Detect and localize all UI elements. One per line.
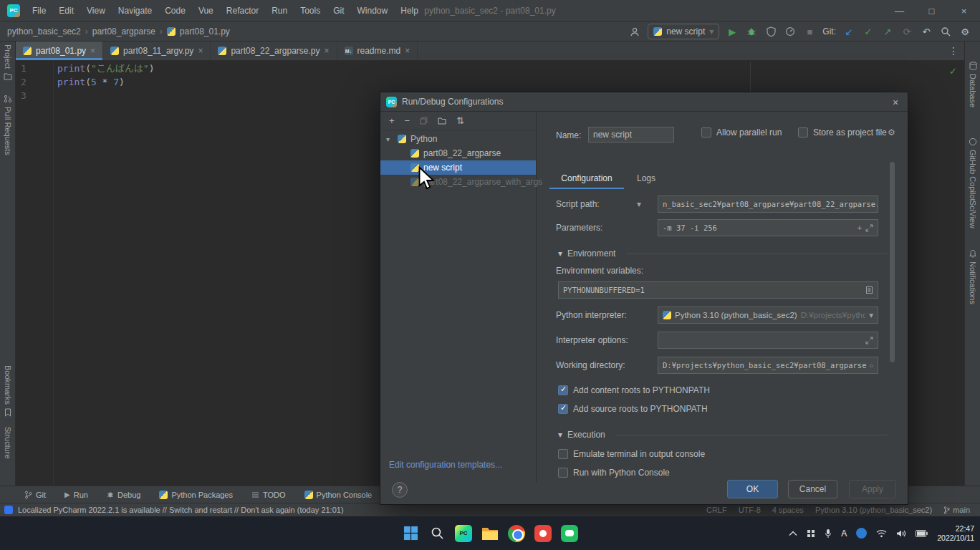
working-directory-input[interactable]: D:¥projects¥python_basic_sec2¥part08_arg… bbox=[658, 357, 878, 374]
stop-button[interactable]: ■ bbox=[803, 25, 816, 38]
git-push-icon[interactable]: ↗ bbox=[881, 25, 894, 38]
ok-button[interactable]: OK bbox=[727, 480, 778, 498]
tree-node-new-script[interactable]: new script bbox=[380, 160, 536, 175]
chrome-icon[interactable] bbox=[507, 524, 526, 543]
edit-configuration-templates-link[interactable]: Edit configuration templates... bbox=[389, 460, 502, 470]
expander-icon[interactable]: ▾ bbox=[386, 135, 393, 143]
new-folder-icon[interactable] bbox=[438, 117, 446, 125]
tab-part08-11-argv[interactable]: part08_11_argv.py × bbox=[103, 42, 211, 60]
menu-code[interactable]: Code bbox=[158, 0, 192, 21]
menu-file[interactable]: File bbox=[26, 0, 52, 21]
checkbox-icon[interactable] bbox=[701, 127, 711, 138]
menu-help[interactable]: Help bbox=[394, 0, 425, 21]
allow-parallel-run-checkbox[interactable]: Allow parallel run bbox=[701, 127, 782, 138]
taskbar-pycharm-icon[interactable]: PC bbox=[454, 524, 473, 543]
environment-variables-input[interactable]: PYTHONUNBUFFERED=1 bbox=[558, 281, 878, 299]
toolwindow-debug[interactable]: Debug bbox=[107, 491, 140, 499]
toolwindow-structure[interactable]: Structure bbox=[0, 427, 16, 459]
start-button[interactable] bbox=[401, 524, 420, 543]
tray-overflow-chevron-icon[interactable] bbox=[789, 531, 797, 536]
execution-section-header[interactable]: ▾ Execution bbox=[558, 430, 888, 440]
apply-button[interactable]: Apply bbox=[849, 480, 896, 498]
tab-logs[interactable]: Logs bbox=[630, 168, 663, 189]
microphone-icon[interactable] bbox=[825, 529, 832, 539]
toolwindow-notifications[interactable]: Notifications bbox=[965, 249, 980, 304]
toolwindow-pull-requests[interactable]: Pull Requests bbox=[0, 95, 16, 155]
dialog-close-icon[interactable]: × bbox=[883, 92, 908, 112]
browse-variables-icon[interactable] bbox=[865, 286, 873, 294]
run-with-coverage-button[interactable] bbox=[764, 25, 777, 38]
add-source-roots-checkbox[interactable]: Add source roots to PYTHONPATH bbox=[558, 404, 708, 414]
menu-refactor[interactable]: Refactor bbox=[220, 0, 265, 21]
search-icon[interactable] bbox=[428, 524, 446, 543]
toolwindow-project[interactable]: Project bbox=[0, 44, 16, 80]
toolwindow-python-packages[interactable]: Python Packages bbox=[159, 491, 233, 499]
close-tab-icon[interactable]: × bbox=[405, 46, 410, 56]
parameters-input[interactable]: -m 37 -i 256 + bbox=[658, 219, 878, 236]
checkbox-checked-icon[interactable] bbox=[558, 385, 568, 395]
tab-configuration[interactable]: Configuration bbox=[549, 168, 624, 189]
interpreter-options-input[interactable] bbox=[658, 332, 878, 349]
python-interpreter-select[interactable]: Python 3.10 (python_basic_sec2) D:¥proje… bbox=[658, 307, 878, 324]
cancel-button[interactable]: Cancel bbox=[788, 480, 837, 498]
add-macro-icon[interactable]: + bbox=[858, 223, 862, 232]
help-button[interactable]: ? bbox=[392, 482, 408, 498]
expand-field-icon[interactable] bbox=[865, 337, 873, 344]
store-options-gear-icon[interactable]: ⚙ bbox=[888, 127, 895, 138]
tree-node-python[interactable]: ▾ Python bbox=[380, 132, 536, 146]
tray-app-grid-icon[interactable] bbox=[807, 529, 815, 538]
checkbox-icon[interactable] bbox=[558, 449, 568, 459]
tab-options-icon[interactable]: ⋮ bbox=[948, 45, 964, 57]
add-content-roots-checkbox[interactable]: Add content roots to PYTHONPATH bbox=[558, 385, 710, 395]
tray-blue-app-icon[interactable] bbox=[856, 528, 867, 539]
copy-configuration-icon[interactable] bbox=[420, 117, 428, 125]
close-tab-icon[interactable]: × bbox=[198, 46, 203, 56]
git-update-icon[interactable]: ↙ bbox=[842, 25, 855, 38]
add-configuration-icon[interactable]: + bbox=[389, 115, 395, 126]
refresh-icon[interactable]: ⟳ bbox=[900, 25, 913, 38]
folder-icon[interactable] bbox=[870, 362, 873, 370]
close-tab-icon[interactable]: × bbox=[324, 46, 329, 56]
tab-part08-01[interactable]: part08_01.py × bbox=[16, 42, 103, 60]
ime-mode-indicator[interactable]: A bbox=[841, 529, 847, 539]
sort-configurations-icon[interactable]: ⇅ bbox=[456, 115, 464, 126]
file-explorer-icon[interactable] bbox=[481, 524, 499, 543]
emulate-terminal-checkbox[interactable]: Emulate terminal in output console bbox=[558, 449, 705, 459]
tree-node-part08-22-argparse[interactable]: part08_22_argparse bbox=[380, 146, 536, 160]
remove-configuration-icon[interactable]: − bbox=[405, 115, 410, 126]
toolwindow-github-copilot[interactable]: GitHub Copilot bbox=[965, 138, 980, 201]
encoding-widget[interactable]: UTF-8 bbox=[739, 506, 761, 514]
name-input[interactable]: new script bbox=[588, 127, 674, 143]
checkbox-checked-icon[interactable] bbox=[558, 404, 568, 414]
line-separator-widget[interactable]: CRLF bbox=[706, 506, 727, 514]
toolwindow-git[interactable]: Git bbox=[24, 491, 46, 499]
breadcrumb-folder[interactable]: part08_argparse bbox=[92, 26, 155, 37]
store-as-project-file-checkbox[interactable]: Store as project file bbox=[798, 127, 887, 138]
maximize-button[interactable]: □ bbox=[916, 0, 948, 21]
environment-section-header[interactable]: ▾ Environment bbox=[558, 249, 888, 259]
interpreter-widget[interactable]: Python 3.10 (python_basic_sec2) bbox=[815, 506, 932, 514]
wifi-icon[interactable] bbox=[876, 529, 887, 538]
tab-part08-22-argparse[interactable]: part08_22_argparse.py × bbox=[211, 42, 337, 60]
battery-icon[interactable] bbox=[916, 530, 928, 537]
dialog-titlebar[interactable]: PC Run/Debug Configurations bbox=[380, 92, 908, 112]
menu-window[interactable]: Window bbox=[351, 0, 395, 21]
menu-navigate[interactable]: Navigate bbox=[112, 0, 158, 21]
volume-icon[interactable] bbox=[896, 529, 906, 538]
green-app-icon[interactable] bbox=[560, 524, 579, 543]
status-message[interactable]: Localized PyCharm 2022.2.1 is available … bbox=[18, 506, 344, 514]
menu-git[interactable]: Git bbox=[327, 0, 350, 21]
git-commit-icon[interactable]: ✓ bbox=[862, 25, 875, 38]
toolwindow-todo[interactable]: TODO bbox=[251, 491, 286, 499]
checkbox-icon[interactable] bbox=[798, 127, 808, 138]
checkbox-icon[interactable] bbox=[558, 468, 568, 478]
script-path-input[interactable]: n_basic_sec2¥part08_argparse¥part08_22_a… bbox=[658, 196, 878, 213]
menu-edit[interactable]: Edit bbox=[52, 0, 80, 21]
breadcrumb-file[interactable]: part08_01.py bbox=[180, 26, 230, 37]
menu-view[interactable]: View bbox=[80, 0, 112, 21]
settings-gear-icon[interactable]: ⚙ bbox=[959, 25, 971, 38]
undo-icon[interactable]: ↶ bbox=[920, 25, 933, 38]
toolwindow-run[interactable]: ▶ Run bbox=[64, 491, 88, 499]
tree-node-part08-22-argparse-with-args[interactable]: part08_22_argparse_with_args bbox=[380, 175, 536, 189]
debug-button[interactable] bbox=[745, 25, 758, 38]
